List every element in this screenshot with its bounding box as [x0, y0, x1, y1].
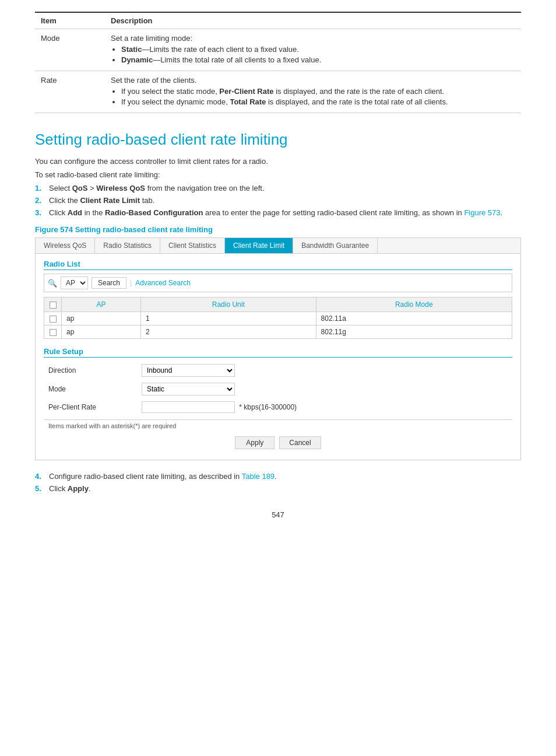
select-all-checkbox[interactable]	[50, 302, 57, 309]
step-4-text: Configure radio-based client rate limiti…	[49, 472, 277, 481]
per-client-rate-input[interactable]	[142, 401, 235, 413]
radio-row-1-checkbox[interactable]	[44, 312, 62, 326]
rule-row-direction: Direction Inbound Outbound	[44, 361, 512, 380]
desc-rate: Set the rate of the clients. If you sele…	[105, 71, 521, 113]
row-1-checkbox[interactable]	[50, 316, 57, 323]
step-5-text: Click Apply.	[49, 484, 91, 493]
step-4-num: 4.	[35, 472, 44, 481]
doc-table: Item Description Mode Set a rate limitin…	[35, 12, 521, 113]
rule-setup-label: Rule Setup	[44, 347, 512, 358]
radio-row-1-ap: ap	[62, 312, 141, 326]
section-title: Setting radio-based client rate limiting	[35, 131, 521, 149]
radio-col-checkbox	[44, 298, 62, 312]
figure-caption: Figure 574 Setting radio-based client ra…	[35, 225, 521, 234]
radio-col-unit: Radio Unit	[140, 298, 316, 312]
intro-line-2: To set radio-based client rate limiting:	[35, 170, 521, 179]
rule-row-mode: Mode Static Dynamic	[44, 380, 512, 398]
step-4: 4. Configure radio-based client rate lim…	[35, 472, 521, 481]
step-3-num: 3.	[35, 208, 44, 217]
page-number: 547	[35, 510, 521, 519]
search-select[interactable]: AP	[61, 276, 88, 289]
figure-573-link[interactable]: Figure 573	[464, 208, 500, 217]
advanced-search-link[interactable]: Advanced Search	[135, 279, 191, 287]
tab-radio-statistics[interactable]: Radio Statistics	[95, 238, 160, 253]
step-2-num: 2.	[35, 196, 44, 205]
mode-select[interactable]: Static Dynamic	[142, 383, 235, 396]
rule-value-direction: Inbound Outbound	[137, 361, 512, 380]
tab-client-rate-limit[interactable]: Client Rate Limit	[225, 238, 293, 253]
post-steps-list: 4. Configure radio-based client rate lim…	[35, 472, 521, 493]
step-3-text: Click Add in the Radio-Based Configurati…	[49, 208, 502, 217]
col-desc-header: Description	[105, 12, 521, 29]
tab-wireless-qos[interactable]: Wireless QoS	[36, 238, 95, 253]
desc-mode-bullet-1: Static—Limits the rate of each client to…	[121, 45, 515, 54]
search-bar: 🔍 AP Search | Advanced Search	[44, 274, 512, 292]
tabs-bar: Wireless QoS Radio Statistics Client Sta…	[36, 238, 520, 254]
rule-label-per-client-rate: Per-Client Rate	[44, 398, 137, 416]
tab-bandwidth-guarantee[interactable]: Bandwidth Guarantee	[293, 238, 378, 253]
radio-list-label: Radio List	[44, 260, 512, 270]
radio-row-2-ap: ap	[62, 326, 141, 339]
desc-mode-bullet-2: Dynamic—Limits the total rate of all cli…	[121, 55, 515, 64]
row-2-checkbox[interactable]	[50, 329, 57, 336]
search-button[interactable]: Search	[92, 277, 126, 289]
radio-row-2-unit: 2	[140, 326, 316, 339]
rule-row-per-client-rate: Per-Client Rate * kbps(16-300000)	[44, 398, 512, 416]
rule-label-mode: Mode	[44, 380, 137, 398]
step-1-num: 1.	[35, 184, 44, 192]
action-buttons: Apply Cancel	[44, 432, 512, 454]
rule-value-mode: Static Dynamic	[137, 380, 512, 398]
item-rate: Rate	[35, 71, 105, 113]
step-5: 5. Click Apply.	[35, 484, 521, 493]
pipe-divider: |	[130, 279, 132, 287]
figure-content: Radio List 🔍 AP Search | Advanced Search…	[36, 254, 520, 460]
direction-select[interactable]: Inbound Outbound	[142, 364, 235, 377]
step-3: 3. Click Add in the Radio-Based Configur…	[35, 208, 521, 217]
desc-mode: Set a rate limiting mode: Static—Limits …	[105, 29, 521, 71]
rule-table: Direction Inbound Outbound Mode St	[44, 361, 512, 416]
radio-table: AP Radio Unit Radio Mode ap 1 802.11a	[44, 297, 512, 339]
rule-label-direction: Direction	[44, 361, 137, 380]
table-189-link[interactable]: Table 189	[242, 472, 275, 481]
asterisk-note: Items marked with an asterisk(*) are req…	[44, 419, 512, 432]
col-item-header: Item	[35, 12, 105, 29]
radio-row-2: ap 2 802.11g	[44, 326, 512, 339]
search-magnifier-icon: 🔍	[48, 279, 57, 288]
desc-rate-intro: Set the rate of the clients.	[111, 76, 196, 85]
step-2: 2. Click the Client Rate Limit tab.	[35, 196, 521, 205]
radio-row-2-checkbox[interactable]	[44, 326, 62, 339]
step-5-num: 5.	[35, 484, 44, 493]
radio-row-1-mode: 802.11a	[316, 312, 512, 326]
radio-row-1: ap 1 802.11a	[44, 312, 512, 326]
desc-rate-bullet-2: If you select the dynamic mode, Total Ra…	[121, 97, 515, 106]
radio-col-mode: Radio Mode	[316, 298, 512, 312]
step-1: 1. Select QoS > Wireless QoS from the na…	[35, 184, 521, 192]
cancel-button[interactable]: Cancel	[279, 436, 321, 449]
figure-box: Wireless QoS Radio Statistics Client Sta…	[35, 237, 521, 460]
apply-button[interactable]: Apply	[235, 436, 275, 449]
radio-row-1-unit: 1	[140, 312, 316, 326]
steps-list: 1. Select QoS > Wireless QoS from the na…	[35, 184, 521, 217]
step-1-text: Select QoS > Wireless QoS from the navig…	[49, 184, 265, 192]
table-row-mode: Mode Set a rate limiting mode: Static—Li…	[35, 29, 521, 71]
table-row-rate: Rate Set the rate of the clients. If you…	[35, 71, 521, 113]
item-mode: Mode	[35, 29, 105, 71]
desc-mode-intro: Set a rate limiting mode:	[111, 34, 192, 43]
radio-col-ap: AP	[62, 298, 141, 312]
rate-hint: * kbps(16-300000)	[239, 403, 297, 411]
desc-rate-bullet-1: If you select the static mode, Per-Clien…	[121, 87, 515, 96]
tab-client-statistics[interactable]: Client Statistics	[160, 238, 225, 253]
rule-setup-section: Rule Setup Direction Inbound Outbound M	[44, 347, 512, 454]
step-2-text: Click the Client Rate Limit tab.	[49, 196, 154, 205]
radio-row-2-mode: 802.11g	[316, 326, 512, 339]
rule-value-per-client-rate: * kbps(16-300000)	[137, 398, 512, 416]
intro-line-1: You can configure the access controller …	[35, 157, 521, 166]
